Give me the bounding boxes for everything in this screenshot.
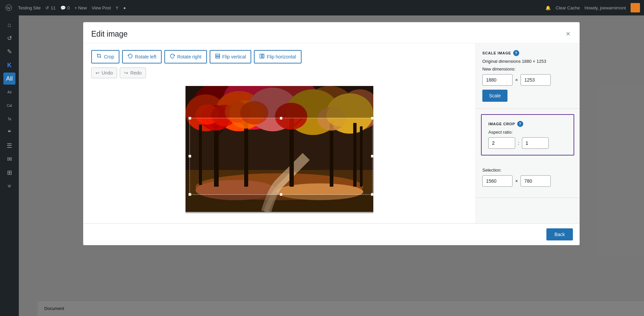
site-name[interactable]: Testing Site xyxy=(18,5,41,10)
rotate-right-button[interactable]: Rotate right xyxy=(164,50,207,63)
selection-section: Selection: × xyxy=(476,161,580,198)
sidebar-item-all[interactable]: All xyxy=(3,73,15,85)
rotate-left-button[interactable]: Rotate left xyxy=(122,50,162,63)
crop-icon xyxy=(97,53,102,60)
selection-width-input[interactable] xyxy=(482,175,513,187)
selection-height-input[interactable] xyxy=(521,175,551,187)
scale-width-input[interactable] xyxy=(482,74,513,86)
crop-handle-top-left[interactable] xyxy=(189,117,191,120)
page-background: ⌂ ↺ ✎ K All Ad Cat Ta ❝ ☰ ✉ ⊞ W Edit ima… xyxy=(0,15,644,316)
sidebar-item-quotes[interactable]: ❝ xyxy=(3,126,15,138)
new-button[interactable]: + New xyxy=(74,5,87,10)
crop-dim-bottom xyxy=(185,195,373,213)
sidebar-item-tags[interactable]: Ta xyxy=(3,113,15,125)
flip-vertical-icon xyxy=(215,53,220,60)
modal-footer: Back xyxy=(83,223,580,245)
crop-handle-bottom-right[interactable] xyxy=(371,193,374,196)
crop-handle-middle-left[interactable] xyxy=(189,155,191,157)
image-crop-title: IMAGE CROP ? xyxy=(488,121,567,127)
toolbar: Crop Rotate left xyxy=(91,50,467,63)
updates-count[interactable]: ↺ 11 xyxy=(45,5,55,10)
sidebar-item-comments2[interactable]: ✉ xyxy=(3,153,15,165)
aspect-ratio-separator: : xyxy=(518,140,519,146)
scale-image-section: SCALE IMAGE ? Original dimensions 1880 ×… xyxy=(476,43,580,109)
undo-redo-bar: ↩ Undo ↪ Redo xyxy=(91,67,467,78)
sidebar-item-updates[interactable]: ↺ xyxy=(3,32,15,44)
crop-handle-bottom-center[interactable] xyxy=(280,193,282,196)
selection-dimensions-row: × xyxy=(482,175,573,187)
modal-close-button[interactable]: × xyxy=(565,29,572,39)
performance-icon[interactable]: ● xyxy=(123,5,126,10)
undo-icon: ↩ xyxy=(96,70,100,76)
image-container xyxy=(91,82,467,217)
clear-cache-button[interactable]: Clear Cache xyxy=(555,5,580,10)
crop-handle-bottom-left[interactable] xyxy=(189,193,191,196)
redo-icon: ↪ xyxy=(124,70,128,76)
comments-count[interactable]: 💬 0 xyxy=(60,5,70,10)
scale-separator: × xyxy=(515,77,518,83)
sidebar-item-home[interactable]: ⌂ xyxy=(3,19,15,31)
sidebar-item-comments[interactable]: ✎ xyxy=(3,46,15,58)
image-wrapper xyxy=(185,86,373,213)
view-post-link[interactable]: View Post xyxy=(92,5,111,10)
new-dimensions-label: New dimensions: xyxy=(482,66,573,72)
image-crop-section: IMAGE CROP ? Aspect ratio: : xyxy=(481,114,574,155)
scale-image-title: SCALE IMAGE ? xyxy=(482,50,573,56)
original-dimensions-label: Original dimensions 1880 × 1253 xyxy=(482,59,573,64)
selection-label: Selection: xyxy=(482,168,573,173)
svg-rect-3 xyxy=(216,56,220,58)
aspect-ratio-label: Aspect ratio: xyxy=(488,130,567,135)
sidebar-item-add[interactable]: Ad xyxy=(3,86,15,98)
notification-icon[interactable]: 🔔 xyxy=(545,5,551,10)
sidebar-item-k[interactable]: K xyxy=(3,59,15,71)
crop-handle-top-center[interactable] xyxy=(280,117,282,120)
sidebar: ⌂ ↺ ✎ K All Ad Cat Ta ❝ ☰ ✉ ⊞ W xyxy=(0,15,19,316)
admin-bar-left: W Testing Site ↺ 11 💬 0 + New View Post … xyxy=(4,3,540,12)
back-button[interactable]: Back xyxy=(546,228,573,240)
editor-area: Crop Rotate left xyxy=(83,43,476,223)
wp-logo-icon[interactable]: W xyxy=(4,3,13,12)
crop-help-icon[interactable]: ? xyxy=(517,121,523,127)
crop-selection[interactable] xyxy=(190,118,373,195)
howdy-menu[interactable]: Howdy, joewarnimont xyxy=(585,5,626,10)
sidebar-item-woo[interactable]: W xyxy=(3,180,15,192)
svg-rect-4 xyxy=(260,54,262,58)
modal-title: Edit image xyxy=(91,30,128,39)
aspect-ratio-row: : xyxy=(488,137,567,149)
admin-bar: W Testing Site ↺ 11 💬 0 + New View Post … xyxy=(0,0,644,15)
crop-handle-top-right[interactable] xyxy=(371,117,374,120)
scale-dimensions-row: × xyxy=(482,74,573,86)
edit-image-modal: Edit image × xyxy=(83,22,580,245)
scale-button[interactable]: Scale xyxy=(482,90,507,102)
crop-overlay xyxy=(185,86,373,213)
sidebar-item-pages[interactable]: ☰ xyxy=(3,140,15,152)
flip-horizontal-button[interactable]: Flip horizontal xyxy=(254,50,301,63)
right-panel: SCALE IMAGE ? Original dimensions 1880 ×… xyxy=(476,43,580,223)
selection-separator: × xyxy=(515,178,518,184)
modal-overlay: Edit image × xyxy=(19,15,644,316)
svg-text:W: W xyxy=(7,5,11,10)
crop-dim-top xyxy=(185,86,373,118)
admin-bar-right: 🔔 Clear Cache Howdy, joewarnimont xyxy=(545,3,640,12)
scale-help-icon[interactable]: ? xyxy=(513,50,519,56)
modal-header: Edit image × xyxy=(83,22,580,43)
aspect-ratio-width-input[interactable] xyxy=(488,137,515,149)
scale-height-input[interactable] xyxy=(521,74,551,86)
user-avatar[interactable] xyxy=(631,3,640,12)
svg-rect-5 xyxy=(262,54,264,58)
aspect-ratio-height-input[interactable] xyxy=(522,137,549,149)
undo-button[interactable]: ↩ Undo xyxy=(91,67,117,78)
rotate-right-icon xyxy=(170,53,175,60)
redo-button[interactable]: ↪ Redo xyxy=(120,67,146,78)
yoast-icon[interactable]: Y xyxy=(116,5,119,10)
svg-rect-2 xyxy=(216,54,220,56)
sidebar-item-cat[interactable]: Cat xyxy=(3,99,15,111)
sidebar-item-appearance[interactable]: ⊞ xyxy=(3,167,15,179)
crop-button[interactable]: Crop xyxy=(91,50,119,63)
rotate-left-icon xyxy=(127,53,133,60)
flip-vertical-button[interactable]: Flip vertical xyxy=(210,50,252,63)
main-content: Edit image × xyxy=(19,15,644,316)
flip-horizontal-icon xyxy=(259,53,265,60)
crop-handle-middle-right[interactable] xyxy=(371,155,374,157)
modal-body: Crop Rotate left xyxy=(83,43,580,223)
